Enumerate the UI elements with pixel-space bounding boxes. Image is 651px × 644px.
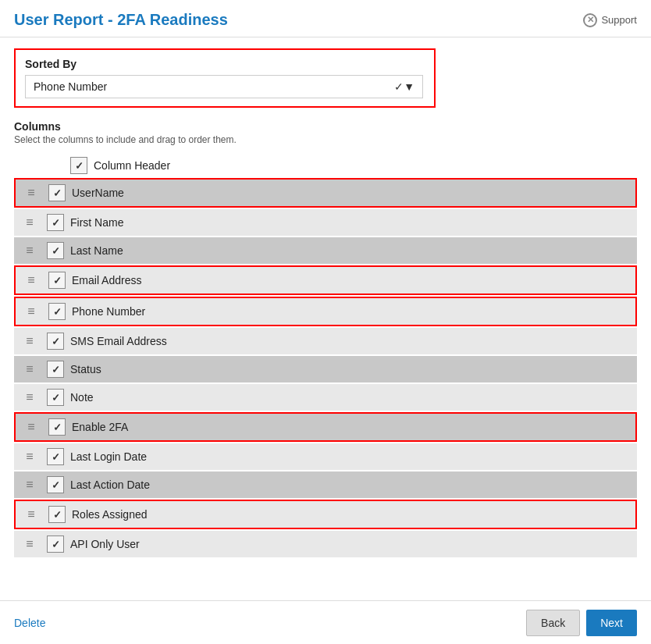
next-button[interactable]: Next — [586, 610, 637, 636]
table-row: ≡Last Name — [14, 237, 637, 264]
column-label: UserName — [72, 187, 631, 199]
column-rows: ≡UserName≡First Name≡Last Name≡Email Add… — [14, 178, 637, 557]
drag-handle-icon[interactable]: ≡ — [20, 507, 42, 521]
header-checkbox[interactable] — [70, 157, 87, 174]
column-checkbox[interactable] — [47, 448, 64, 465]
column-header-label: Column Header — [94, 159, 637, 172]
column-checkbox[interactable] — [47, 242, 64, 259]
column-label: Last Login Date — [70, 450, 632, 463]
column-label: Roles Assigned — [72, 508, 631, 521]
columns-header-row: Column Header — [14, 153, 637, 178]
table-row: ≡Enable 2FA — [14, 412, 637, 442]
columns-subtitle: Select the columns to include and drag t… — [14, 134, 637, 145]
drag-handle-icon[interactable]: ≡ — [19, 537, 41, 551]
column-checkbox[interactable] — [47, 476, 64, 493]
column-checkbox[interactable] — [47, 214, 64, 231]
column-checkbox[interactable] — [47, 361, 64, 378]
sorted-by-section: Sorted By Phone Number ✓▼ — [14, 48, 436, 108]
column-label: SMS Email Address — [70, 335, 632, 347]
table-row: ≡Last Login Date — [14, 443, 637, 470]
drag-handle-icon[interactable]: ≡ — [19, 334, 41, 348]
drag-handle-icon[interactable]: ≡ — [20, 186, 42, 200]
sorted-by-label: Sorted By — [25, 58, 425, 70]
table-row: ≡Phone Number — [14, 297, 637, 326]
column-label: Note — [70, 391, 632, 404]
sort-select-value: Phone Number — [34, 80, 107, 93]
table-row: ≡Email Address — [14, 265, 637, 295]
footer: Delete Back Next — [0, 600, 651, 644]
drag-handle-icon[interactable]: ≡ — [20, 273, 42, 287]
column-label: API Only User — [70, 538, 632, 550]
column-label: Last Action Date — [70, 479, 632, 491]
sort-select-dropdown[interactable]: Phone Number ✓▼ — [25, 75, 423, 98]
column-checkbox[interactable] — [48, 184, 66, 201]
table-row: ≡Last Action Date — [14, 471, 637, 498]
chevron-down-icon: ✓▼ — [394, 80, 414, 93]
column-checkbox[interactable] — [48, 506, 66, 523]
columns-section: Columns Select the columns to include an… — [14, 120, 637, 557]
support-label: Support — [601, 14, 637, 26]
column-checkbox[interactable] — [47, 389, 64, 406]
footer-actions: Back Next — [526, 610, 637, 636]
column-checkbox[interactable] — [47, 333, 64, 350]
drag-handle-icon[interactable]: ≡ — [19, 362, 41, 376]
column-label: Phone Number — [72, 305, 631, 318]
support-icon: ✕ — [583, 13, 597, 27]
drag-handle-icon[interactable]: ≡ — [19, 215, 41, 229]
table-row: ≡Note — [14, 384, 637, 411]
table-row: ≡SMS Email Address — [14, 328, 637, 354]
column-label: First Name — [70, 216, 632, 229]
drag-handle-icon[interactable]: ≡ — [19, 450, 41, 464]
drag-handle-icon[interactable]: ≡ — [19, 478, 41, 492]
column-label: Status — [70, 363, 632, 375]
table-row: ≡First Name — [14, 209, 637, 236]
support-button[interactable]: ✕ Support — [583, 13, 637, 27]
table-row: ≡Roles Assigned — [14, 500, 637, 529]
column-checkbox[interactable] — [48, 272, 66, 289]
table-row: ≡UserName — [14, 178, 637, 208]
column-label: Enable 2FA — [72, 421, 631, 433]
main-content: Sorted By Phone Number ✓▼ Columns Select… — [0, 37, 651, 591]
page-title: User Report - 2FA Readiness — [14, 11, 228, 29]
column-checkbox[interactable] — [48, 418, 66, 436]
columns-title: Columns — [14, 120, 637, 133]
table-row: ≡API Only User — [14, 531, 637, 557]
column-checkbox[interactable] — [48, 303, 66, 320]
table-row: ≡Status — [14, 356, 637, 382]
column-label: Last Name — [70, 244, 632, 257]
delete-link[interactable]: Delete — [14, 617, 45, 629]
drag-handle-icon[interactable]: ≡ — [19, 244, 41, 258]
drag-handle-icon[interactable]: ≡ — [20, 304, 42, 318]
drag-handle-icon[interactable]: ≡ — [20, 420, 42, 434]
back-button[interactable]: Back — [526, 610, 580, 636]
header: User Report - 2FA Readiness ✕ Support — [0, 0, 651, 37]
column-checkbox[interactable] — [47, 535, 64, 553]
column-label: Email Address — [72, 274, 631, 286]
drag-handle-icon[interactable]: ≡ — [19, 390, 41, 404]
